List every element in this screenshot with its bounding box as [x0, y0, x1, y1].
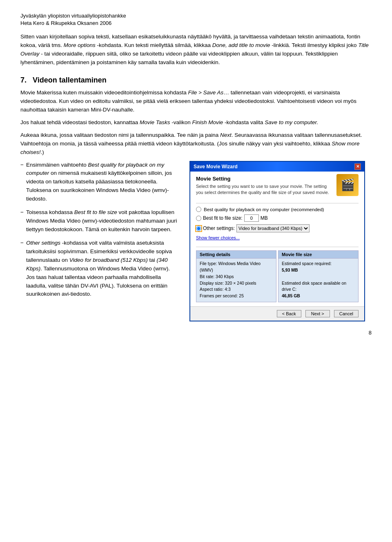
spacer: [282, 274, 355, 280]
radio-option-1: Best quality for playback on my computer…: [196, 207, 359, 212]
dialog-footer: < Back Next > Cancel: [190, 306, 364, 321]
save-movie-wizard-dialog: Save Movie Wizard ✕ Movie Setting Select…: [189, 161, 365, 321]
paragraph-4: Aukeaa ikkuna, jossa valitaan tiedoston …: [20, 131, 372, 157]
estimated-disk-label: Estimated disk space available on drive …: [282, 280, 355, 293]
radio-best-quality[interactable]: [196, 207, 201, 212]
two-column-section: − Ensimmäinen vaihtoehto Best quality fo…: [20, 161, 372, 321]
radio-option-3-group: Other settings: Video for broadband (340…: [196, 224, 359, 232]
page-number: 8: [20, 330, 372, 336]
header-block: Jyväskylän yliopiston virtuaaliyliopisto…: [20, 12, 372, 27]
file-size-input[interactable]: [244, 214, 259, 222]
bullet-item-2: − Toisessa kohdassa Best fit to file siz…: [20, 208, 180, 234]
close-button[interactable]: ✕: [354, 163, 361, 170]
other-settings-select[interactable]: Video for broadband (340 Kbps): [236, 224, 310, 232]
back-button[interactable]: < Back: [277, 310, 301, 317]
cancel-button[interactable]: Cancel: [334, 310, 359, 317]
dialog-divider-top: [196, 203, 359, 203]
estimated-space-value: 5,93 MB: [282, 267, 355, 274]
bullet-text-1: Ensimmäinen vaihtoehto Best quality for …: [26, 161, 180, 204]
file-size-unit: MB: [261, 215, 268, 221]
next-button[interactable]: Next >: [305, 310, 330, 317]
bullet-dash-2: −: [20, 208, 24, 234]
movie-file-size-box: Movie file size Estimated space required…: [278, 250, 359, 302]
setting-details-title: Setting details: [196, 251, 276, 259]
estimated-disk-value: 46,85 GB: [282, 293, 355, 299]
radio-other-settings[interactable]: [196, 226, 201, 231]
dialog-titlebar: Save Movie Wizard ✕: [190, 162, 364, 172]
dialog-title: Save Movie Wizard: [194, 164, 238, 170]
dialog-section-header: Movie Setting: [196, 176, 333, 182]
dialog-details: Setting details File type: Windows Media…: [196, 250, 359, 302]
radio-option-2-group: Best fit to file size: MB: [196, 214, 359, 222]
section-number: 7.: [20, 76, 27, 84]
bullet-item-1: − Ensimmäinen vaihtoehto Best quality fo…: [20, 161, 180, 204]
dialog-film-icon: 🎬: [336, 174, 359, 196]
bullet-dash-1: −: [20, 161, 24, 204]
section-7-heading: 7. Videon tallentaminen: [20, 76, 372, 85]
setting-detail-2: Bit rate: 340 Kbps: [200, 274, 273, 280]
paragraph-1: Sitten vaan kirjoitellaan sopiva teksti,…: [20, 33, 372, 67]
setting-detail-1: File type: Windows Media Video (WMV): [200, 261, 273, 274]
paragraph-3: Jos haluat tehdä videostasi tiedoston, k…: [20, 118, 372, 127]
setting-detail-5: Frames per second: 25: [200, 293, 273, 299]
setting-detail-4: Aspect ratio: 4:3: [200, 286, 273, 293]
section-title: Videon tallentaminen: [33, 76, 107, 84]
radio-best-fit-label: Best fit to file size:: [203, 215, 243, 221]
bullet-item-3: − Other settings -kohdassa voit valita v…: [20, 239, 180, 299]
setting-details-box: Setting details File type: Windows Media…: [196, 250, 276, 302]
header-line1: Jyväskylän yliopiston virtuaaliyliopisto…: [20, 12, 372, 20]
movie-file-size-title: Movie file size: [278, 251, 358, 259]
dialog-body: Movie Setting Select the setting you wan…: [190, 172, 364, 306]
radio-other-settings-label: Other settings:: [203, 225, 235, 231]
radio-best-quality-label: Best quality for playback on my computer…: [204, 207, 324, 212]
setting-detail-3: Display size: 320 × 240 pixels: [200, 280, 273, 287]
dialog-divider-bottom: [196, 247, 359, 247]
radio-best-fit[interactable]: [196, 216, 201, 221]
estimated-space-label: Estimated space required:: [282, 261, 355, 267]
dialog-section-sub: Select the setting you want to use to sa…: [196, 183, 333, 196]
header-line2: Heta Kero & Rikupekka Oksanen 2006: [20, 20, 372, 27]
right-column: Save Movie Wizard ✕ Movie Setting Select…: [189, 161, 372, 321]
paragraph-2: Movie Makerissa kuten muissakin videoedi…: [20, 89, 372, 114]
bullet-text-2: Toisessa kohdassa Best fit to file size …: [26, 208, 180, 234]
bullet-text-3: Other settings -kohdassa voit valita val…: [26, 239, 180, 299]
left-column: − Ensimmäinen vaihtoehto Best quality fo…: [20, 161, 180, 304]
show-fewer-link[interactable]: Show fewer choices...: [196, 235, 240, 240]
bullet-dash-3: −: [20, 239, 24, 299]
